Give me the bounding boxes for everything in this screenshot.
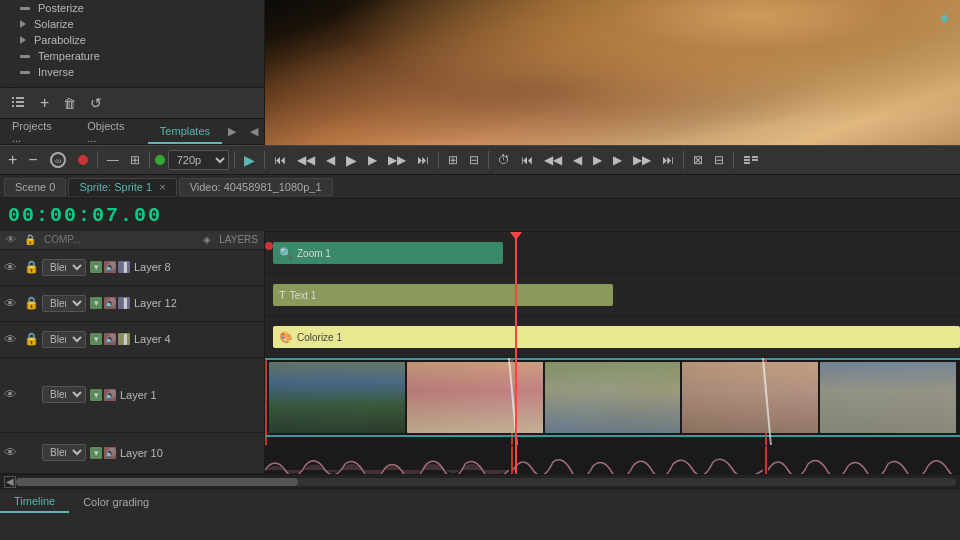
blend-select-1[interactable]: Blend — [42, 386, 86, 403]
scroll-thumb[interactable] — [16, 478, 298, 486]
fwd3-button[interactable]: ▶▶ — [629, 151, 655, 169]
blend-select-12[interactable]: Blend — [42, 295, 86, 312]
svg-rect-11 — [752, 156, 758, 158]
blend-select-8[interactable]: Blend — [42, 259, 86, 276]
thumb-5 — [820, 362, 956, 433]
layer-10-name: Layer 10 — [120, 447, 260, 459]
layer-1-icon-v: ▾ — [90, 389, 102, 401]
eye-toggle-8[interactable]: 👁 — [4, 260, 20, 275]
tracks-area: 00:00 00:01.39 00:03.18 00:04.57 00:06.1… — [265, 231, 960, 474]
go-to-start-button[interactable]: ⏮ — [270, 151, 290, 169]
prev2-button[interactable]: ◀◀ — [540, 151, 566, 169]
svg-rect-10 — [744, 162, 750, 164]
horizontal-scrollbar[interactable]: ◀ — [0, 474, 960, 488]
separator-4 — [264, 151, 265, 169]
view-single-button[interactable]: ⊟ — [465, 151, 483, 169]
layer-row-8: 👁 🔒 Blend ▾ 🔊 ▐ Layer 8 — [0, 250, 264, 286]
svg-rect-5 — [16, 105, 24, 107]
layer-12-icons: ▾ 🔊 ▐ — [90, 297, 130, 309]
record-indicator: 720p 1080p — [155, 150, 229, 170]
magnet-button[interactable]: ⊞ — [126, 151, 144, 169]
bottom-tabs: Timeline Color grading — [0, 488, 960, 514]
layer-4-icon-v: ▾ — [90, 333, 102, 345]
timecode-area: 00:00:07.00 — [0, 199, 960, 231]
record-button[interactable] — [74, 153, 92, 167]
panel-tabs: Projects ... Objects ... Templates ▶ ◀ — [0, 119, 264, 145]
refresh-button[interactable]: ↺ — [86, 93, 106, 113]
loop-icon: ∞ — [49, 151, 67, 169]
scroll-left[interactable]: ◀ — [4, 476, 16, 488]
goto-start2-button[interactable]: ⏮ — [517, 151, 537, 169]
tab-scene0[interactable]: Scene 0 — [4, 178, 66, 196]
layer-4-name: Layer 4 — [134, 333, 260, 345]
effect-temperature[interactable]: Temperature — [0, 48, 264, 64]
tab-sprite[interactable]: Sprite: Sprite 1 × — [68, 178, 176, 196]
tab-video[interactable]: Video: 40458981_1080p_1 — [179, 178, 333, 196]
svg-rect-12 — [752, 159, 758, 161]
fwd2-button[interactable]: ▶ — [609, 151, 626, 169]
timecode-display: 00:00:07.00 — [8, 204, 162, 227]
eye-toggle-1[interactable]: 👁 — [4, 387, 20, 402]
list-icon — [10, 96, 26, 110]
tab-timeline[interactable]: Timeline — [0, 491, 69, 513]
layer-12-icon-v: ▾ — [90, 297, 102, 309]
layer-8-icons: ▾ 🔊 ▐ — [90, 261, 130, 273]
thumb-1 — [269, 362, 405, 433]
list-view-button[interactable] — [6, 94, 30, 112]
tab-templates[interactable]: Templates — [148, 119, 222, 144]
blend-select-10[interactable]: Blend — [42, 444, 86, 461]
loop-button[interactable]: ∞ — [45, 149, 71, 171]
prev-keyframe-button[interactable]: ◀◀ — [293, 151, 319, 169]
play-button[interactable]: ▶ — [240, 150, 259, 170]
close-sprite-tab[interactable]: × — [159, 181, 165, 193]
track-4: 🎨 Colorize 1 — [265, 316, 960, 358]
effect-parabolize[interactable]: Parabolize — [0, 32, 264, 48]
grid4-button[interactable]: ⊟ — [710, 151, 728, 169]
panel-nav-right[interactable]: ▶ — [222, 121, 242, 142]
clock-button[interactable]: ⏱ — [494, 151, 514, 169]
scroll-track[interactable] — [16, 478, 956, 486]
effect-posterize[interactable]: Posterize — [0, 0, 264, 16]
panel-collapse[interactable]: ◀ — [244, 121, 264, 142]
end2-button[interactable]: ⏭ — [658, 151, 678, 169]
resolution-select[interactable]: 720p 1080p — [168, 150, 229, 170]
layer-1-name: Layer 1 — [120, 389, 260, 401]
playhead[interactable] — [515, 232, 517, 474]
next-frame-button[interactable]: ▶ — [364, 151, 381, 169]
effect-inverse[interactable]: Inverse — [0, 64, 264, 80]
view-grid-button[interactable]: ⊞ — [444, 151, 462, 169]
add-button[interactable]: + — [4, 149, 21, 171]
play-pause-button[interactable]: ▶ — [342, 150, 361, 170]
play2-button[interactable]: ▶ — [589, 151, 606, 169]
grid3-button[interactable]: ⊠ — [689, 151, 707, 169]
eye-toggle-12[interactable]: 👁 — [4, 296, 20, 311]
layer-row-12: 👁 🔒 Blend ▾ 🔊 ▐ Layer 12 — [0, 286, 264, 322]
snap-button[interactable]: — — [103, 151, 123, 169]
layer-12-icon-s: 🔊 — [104, 297, 116, 309]
clip-colorize[interactable]: 🎨 Colorize 1 — [273, 326, 960, 348]
next-keyframe-button[interactable]: ▶▶ — [384, 151, 410, 169]
layer-4-icon-c: ▐ — [118, 333, 130, 345]
clip-zoom[interactable]: 🔍 Zoom 1 — [273, 242, 503, 264]
waveform-svg — [265, 446, 960, 474]
prev-frame-button[interactable]: ◀ — [322, 151, 339, 169]
layer-4-icons: ▾ 🔊 ▐ — [90, 333, 130, 345]
track-10 — [265, 446, 960, 474]
separator-6 — [488, 151, 489, 169]
separator-5 — [438, 151, 439, 169]
tab-objects[interactable]: Objects ... — [75, 119, 148, 144]
layer-10-icons: ▾ 🔊 — [90, 447, 116, 459]
tab-color-grading[interactable]: Color grading — [69, 492, 163, 512]
eye-toggle-10[interactable]: 👁 — [4, 445, 20, 460]
add-effect-button[interactable]: + — [36, 92, 53, 114]
go-to-end-button[interactable]: ⏭ — [413, 151, 433, 169]
blend-select-4[interactable]: Blend — [42, 331, 86, 348]
delete-effect-button[interactable]: 🗑 — [59, 94, 80, 113]
effect-solarize[interactable]: Solarize — [0, 16, 264, 32]
more-button[interactable] — [739, 150, 763, 170]
tab-projects[interactable]: Projects ... — [0, 119, 75, 144]
remove-button[interactable]: − — [24, 149, 41, 171]
eye-toggle-4[interactable]: 👁 — [4, 332, 20, 347]
back2-button[interactable]: ◀ — [569, 151, 586, 169]
clip-text[interactable]: T Text 1 — [273, 284, 613, 306]
